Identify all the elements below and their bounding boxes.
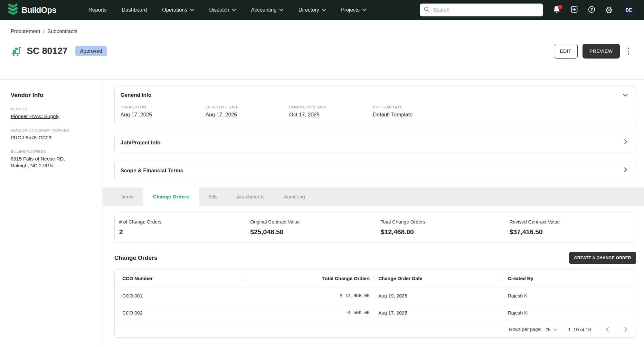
nav-item-dashboard[interactable]: Dashboard [122, 7, 147, 13]
billing-address-line1: 8315 Falls of Neuse RD, [11, 156, 94, 162]
nav-item-label: Operations [162, 7, 187, 13]
preview-button[interactable]: PREVIEW [582, 44, 620, 59]
change-orders-section-header: Change Orders CREATE A CHANGE ORDER [114, 251, 636, 265]
stat-original-contract-value: Original Contract Value $25,048.50 [250, 219, 381, 236]
collapse-general-info-button[interactable] [623, 92, 628, 98]
nav-item-label: Accounting [251, 7, 277, 13]
header-actions: EDIT PREVIEW [554, 44, 636, 59]
create-change-order-button[interactable]: CREATE A CHANGE ORDER [569, 252, 636, 264]
chevron-down-icon [362, 9, 366, 11]
column-header-cco-number[interactable]: CCO Number [115, 269, 244, 287]
completion-date-value: Oct 17, 2025 [289, 112, 373, 118]
notification-badge-dot [558, 5, 562, 9]
tab-bills[interactable]: Bills [199, 187, 227, 206]
nav-icon-group: ? ⚙ [553, 6, 613, 14]
stat-num-change-orders: # of Change Orders 2 [119, 219, 250, 236]
nav-item-dispatch[interactable]: Dispatch [209, 7, 236, 13]
gear-icon: ⚙ [605, 6, 613, 14]
detail-tabs: Items Change Orders Bills Attachments Au… [103, 187, 644, 206]
nav-item-label: Directory [298, 7, 319, 13]
sidebar-title: Vendor Info [11, 92, 94, 99]
stat-label: Revised Contract Value [509, 219, 636, 224]
general-info-title: General Info [120, 92, 151, 98]
page-body: Vendor Info VENDOR Pioneer HVAC Supply V… [0, 80, 644, 346]
chevron-right-icon [624, 167, 627, 174]
pdf-template-field: PDF TEMPLATE Default Template [373, 105, 628, 118]
chevron-down-icon [190, 9, 194, 11]
nav-item-directory[interactable]: Directory [298, 7, 326, 13]
effective-date-field: EFFECTIVE DATE Aug 17, 2025 [205, 105, 289, 118]
billing-address-label: BILLING ADDRESS [11, 150, 94, 153]
vendor-document-number-field: VENDOR DOCUMENT NUMBER PROJ-6578-GC23 [11, 128, 94, 141]
settings-button[interactable]: ⚙ [605, 6, 613, 14]
notifications-button[interactable] [553, 6, 561, 14]
tab-items[interactable]: Items [112, 187, 143, 206]
nav-item-label: Dashboard [122, 7, 147, 13]
brand-name: BuildOps [22, 5, 56, 15]
page-header: Procurement / Subcontracts SC 80127 Appr… [0, 20, 644, 80]
table-row[interactable]: CCO 002 -$ 500.00 Aug 17, 2025 Rajesh K [115, 304, 636, 321]
scope-financial-terms-card[interactable]: Scope & Financial Terms [114, 160, 636, 181]
breadcrumb-subcontracts[interactable]: Subcontracts [47, 29, 77, 34]
cell-date: Aug 19, 2025 [374, 287, 503, 304]
breadcrumb-procurement[interactable]: Procurement [11, 29, 40, 34]
column-header-created-by[interactable]: Created By [503, 269, 636, 287]
pdf-template-label: PDF TEMPLATE [373, 105, 628, 109]
breadcrumb-separator: / [43, 29, 44, 34]
next-page-button[interactable] [623, 326, 629, 333]
stat-total-change-orders: Total Change Orders $12,468.00 [381, 219, 509, 236]
help-button[interactable]: ? [587, 6, 596, 14]
stat-value: $25,048.50 [250, 228, 381, 236]
rows-per-page-value: 25 [545, 327, 551, 332]
billing-address-value: 8315 Falls of Neuse RD, Raleigh, NC 2761… [11, 156, 94, 169]
stat-label: Total Change Orders [381, 219, 509, 224]
caret-down-icon [554, 326, 557, 332]
stat-value: 2 [119, 228, 250, 236]
chevron-down-icon [322, 9, 326, 11]
column-header-total-change-orders[interactable]: Total Change Orders [244, 269, 374, 287]
chevron-down-icon [232, 9, 236, 11]
nav-item-label: Projects [341, 7, 360, 13]
kebab-dot [628, 50, 630, 52]
user-avatar[interactable]: BE [622, 3, 636, 17]
page-title: SC 80127 [27, 46, 68, 56]
nav-item-accounting[interactable]: Accounting [251, 7, 283, 13]
nav-item-label: Dispatch [209, 7, 229, 13]
title-row: SC 80127 Approved EDIT PREVIEW [11, 40, 636, 63]
edit-button[interactable]: EDIT [554, 44, 578, 59]
previous-page-button[interactable] [605, 326, 610, 333]
tab-change-orders[interactable]: Change Orders [143, 187, 199, 206]
table-row[interactable]: CCO 001 $ 12,968.00 Aug 19, 2025 Rajesh … [115, 287, 636, 304]
nav-item-operations[interactable]: Operations [162, 7, 194, 13]
stat-value: $12,468.00 [381, 228, 509, 236]
effective-date-value: Aug 17, 2025 [205, 112, 289, 118]
nav-item-projects[interactable]: Projects [341, 7, 366, 13]
app-page: BuildOps Reports Dashboard Operations Di… [0, 0, 644, 347]
job-project-info-card[interactable]: Job/Project Info [114, 132, 636, 153]
vendor-link[interactable]: Pioneer HVAC Supply [11, 113, 94, 120]
kebab-dot [628, 53, 630, 55]
tab-audit-log[interactable]: Audit Log [274, 187, 315, 206]
tab-attachments[interactable]: Attachments [227, 187, 274, 206]
search-input[interactable] [432, 7, 539, 13]
vendor-document-number-label: VENDOR DOCUMENT NUMBER [11, 128, 94, 132]
chevron-right-icon [624, 139, 627, 146]
job-project-info-title: Job/Project Info [120, 140, 161, 146]
nav-item-reports[interactable]: Reports [89, 7, 107, 13]
quick-create-button[interactable] [570, 6, 578, 14]
completion-date-label: COMPLETION DATE [289, 105, 373, 109]
nav-item-label: Reports [89, 7, 107, 13]
more-actions-button[interactable] [626, 46, 631, 57]
column-header-change-order-date[interactable]: Change Order Date [374, 269, 503, 287]
billing-address-line2: Raleigh, NC 27615 [11, 162, 94, 169]
stat-label: Original Contract Value [250, 219, 381, 224]
rows-per-page-select[interactable]: 25 [545, 326, 557, 332]
main-content: General Info CREATED ON Aug 17, 2025 EFF… [103, 80, 644, 346]
rows-per-page-label: Rows per page: [509, 327, 542, 332]
chevron-down-icon [623, 92, 628, 98]
billing-address-field: BILLING ADDRESS 8315 Falls of Neuse RD, … [11, 150, 94, 169]
status-badge: Approved [75, 46, 107, 56]
pagination-range: 1–10 of 10 [568, 327, 591, 332]
buildops-logo[interactable]: BuildOps [7, 3, 56, 17]
change-orders-table: CCO Number Total Change Orders Change Or… [114, 269, 636, 338]
